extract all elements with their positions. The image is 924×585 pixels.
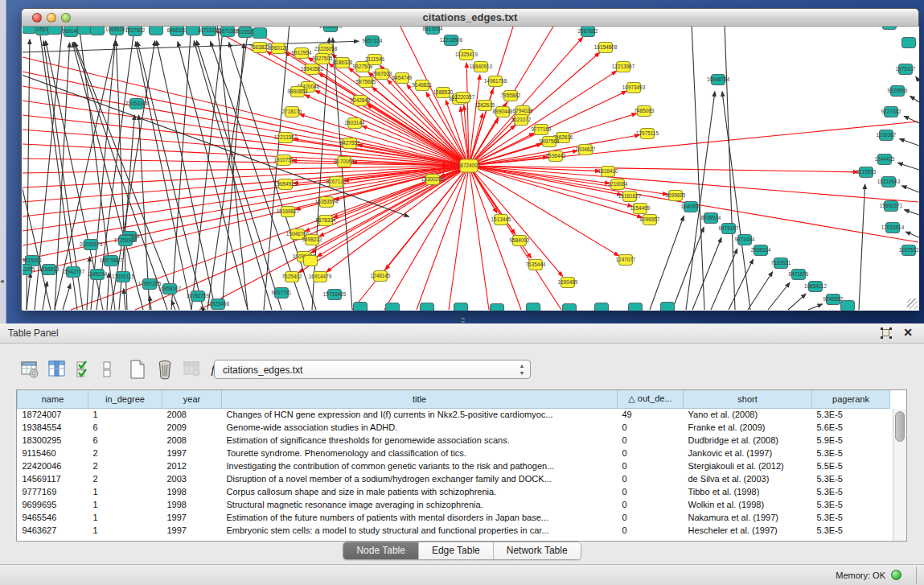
- table-cell[interactable]: 1997: [162, 524, 222, 537]
- table-cell[interactable]: 9777169: [18, 485, 88, 498]
- table-cell[interactable]: 0: [618, 498, 684, 511]
- edge[interactable]: [910, 96, 919, 102]
- table-cell[interactable]: Structural magnetic resonance image aver…: [222, 498, 618, 511]
- table-cell[interactable]: 2009: [162, 421, 222, 434]
- graph-node[interactable]: 16154808: [594, 43, 618, 53]
- table-cell[interactable]: 0: [618, 459, 684, 472]
- table-cell[interactable]: 1: [88, 408, 162, 421]
- table-cell[interactable]: 1: [88, 524, 162, 537]
- graph-node[interactable]: 9242848: [351, 96, 371, 106]
- edge[interactable]: [722, 92, 750, 310]
- table-cell[interactable]: 5.3E-5: [812, 498, 890, 511]
- graph-node[interactable]: [527, 303, 540, 311]
- graph-node[interactable]: 2935114: [751, 245, 771, 256]
- graph-node[interactable]: [902, 38, 916, 48]
- edge[interactable]: [97, 27, 135, 310]
- table-settings-icon[interactable]: [18, 357, 42, 381]
- table-cell[interactable]: 5.3E-5: [812, 408, 890, 421]
- memory-ok-indicator-icon[interactable]: [891, 570, 901, 580]
- table-cell[interactable]: 14569117: [18, 472, 88, 485]
- table-cell[interactable]: 5.5E-5: [812, 459, 890, 472]
- graph-node[interactable]: 8813054: [423, 27, 443, 35]
- graph-node[interactable]: 19166827: [277, 207, 300, 217]
- edge[interactable]: [692, 237, 721, 310]
- graph-node[interactable]: 8215953: [856, 167, 877, 178]
- edge[interactable]: [686, 92, 715, 310]
- edge[interactable]: [692, 27, 704, 310]
- graph-node[interactable]: 1156813: [39, 265, 60, 275]
- edge[interactable]: [326, 166, 469, 272]
- table-cell[interactable]: 22420046: [18, 459, 88, 472]
- table-cell[interactable]: Tibbo et al. (1998): [684, 485, 812, 498]
- table-row[interactable]: 2242004622012Investigating the contribut…: [18, 459, 890, 472]
- graph-node[interactable]: 1621072: [511, 115, 532, 126]
- edge[interactable]: [650, 216, 684, 310]
- edge[interactable]: [107, 273, 109, 310]
- edge[interactable]: [768, 282, 790, 310]
- graph-node[interactable]: 7635444: [526, 260, 546, 270]
- edge[interactable]: [808, 304, 823, 310]
- column-header-year[interactable]: year: [162, 390, 222, 408]
- graph-node[interactable]: 2111546: [365, 55, 384, 65]
- graph-node[interactable]: 1209387: [877, 130, 897, 141]
- graph-node[interactable]: 16782759: [187, 291, 210, 302]
- graph-node[interactable]: 8186328: [333, 58, 353, 68]
- graph-node[interactable]: [91, 27, 105, 35]
- graph-node[interactable]: 9498222: [302, 235, 322, 245]
- table-cell[interactable]: 0: [618, 434, 684, 447]
- table-cell[interactable]: 9463627: [18, 524, 88, 537]
- graph-node[interactable]: [150, 27, 163, 35]
- table-cell[interactable]: Genome-wide association studies in ADHD.: [222, 421, 618, 434]
- table-cell[interactable]: 0: [618, 447, 684, 459]
- table-cell[interactable]: 1: [88, 498, 162, 511]
- edge[interactable]: [79, 27, 115, 310]
- graph-node[interactable]: 8096957: [640, 215, 660, 225]
- graph-node[interactable]: 2967608: [372, 69, 392, 80]
- delete-table-icon[interactable]: [153, 357, 177, 381]
- table-cell[interactable]: 1: [88, 511, 162, 524]
- table-cell[interactable]: Franke et al. (2009): [684, 421, 812, 434]
- graph-node[interactable]: 16958107: [158, 284, 182, 295]
- graph-node[interactable]: [841, 301, 855, 311]
- edge[interactable]: [469, 75, 480, 166]
- graph-node[interactable]: 9457791: [272, 288, 292, 299]
- scrollbar-thumb[interactable]: [895, 411, 905, 442]
- table-cell[interactable]: Disruption of a novel member of a sodium…: [222, 472, 618, 485]
- tab-edge-table[interactable]: Edge Table: [419, 542, 494, 559]
- graph-node[interactable]: 2887682: [578, 27, 598, 37]
- edge[interactable]: [23, 72, 469, 166]
- graph-node[interactable]: 16914479: [309, 272, 332, 282]
- table-cell[interactable]: 1997: [162, 447, 222, 459]
- edge[interactable]: [469, 166, 858, 172]
- table-cell[interactable]: 1: [88, 485, 162, 498]
- table-cell[interactable]: 0: [618, 511, 684, 524]
- graph-node[interactable]: 1154469: [630, 204, 651, 214]
- table-cell[interactable]: Estimation of significance thresholds fo…: [222, 434, 618, 447]
- graph-node[interactable]: 10654112: [804, 282, 827, 292]
- unselect-all-icon[interactable]: [100, 357, 116, 381]
- edge[interactable]: [898, 163, 919, 170]
- table-cell[interactable]: 5.9E-5: [812, 434, 890, 447]
- edge[interactable]: [417, 166, 469, 310]
- table-cell[interactable]: Investigating the contribution of common…: [222, 459, 618, 472]
- table-cell[interactable]: Tourette syndrome. Phenomenology and cla…: [222, 447, 618, 459]
- graph-node[interactable]: 14961758: [484, 76, 507, 87]
- graph-node[interactable]: 12213387: [274, 133, 298, 143]
- column-header-pagerank[interactable]: pagerank: [812, 390, 890, 408]
- edge[interactable]: [264, 27, 290, 310]
- edge[interactable]: [788, 294, 806, 310]
- edge[interactable]: [469, 166, 918, 202]
- table-row[interactable]: 1456911722003Disruption of a novel membe…: [18, 472, 890, 485]
- graph-node[interactable]: 8938924: [701, 213, 721, 224]
- tab-network-table[interactable]: Network Table: [494, 542, 581, 559]
- network-canvas[interactable]: 2405572420691406106552871527602646616010…: [23, 27, 919, 311]
- table-cell[interactable]: 0: [618, 472, 684, 485]
- graph-node[interactable]: 15716485: [323, 290, 347, 300]
- graph-node[interactable]: [491, 304, 504, 311]
- edge[interactable]: [905, 210, 919, 215]
- table-cell[interactable]: 9115460: [18, 447, 88, 459]
- table-row[interactable]: 946362711997Embryonic stem cells: a mode…: [18, 524, 890, 537]
- graph-node[interactable]: [883, 27, 897, 30]
- edge[interactable]: [124, 289, 125, 310]
- edge[interactable]: [916, 76, 919, 81]
